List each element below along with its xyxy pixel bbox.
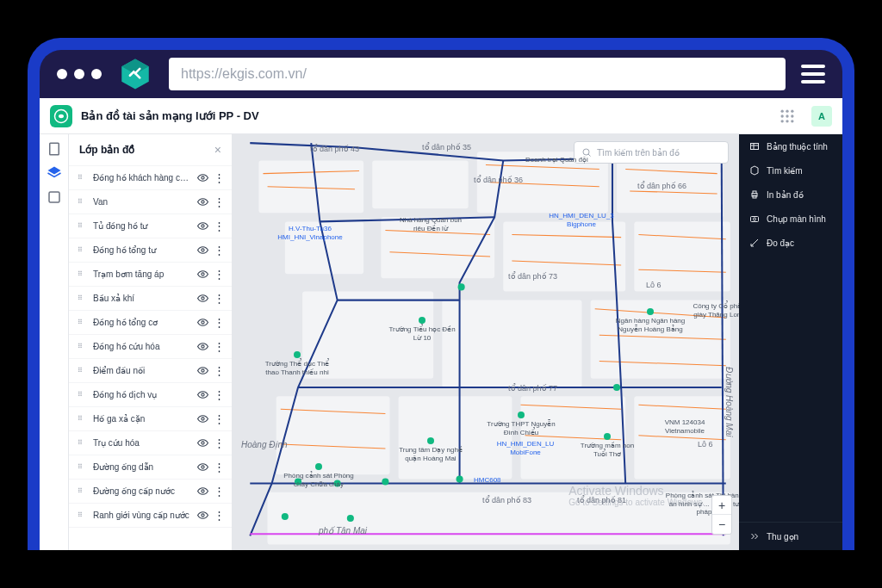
hamburger-menu-icon[interactable] [801, 65, 825, 84]
more-vertical-icon[interactable]: ⋮ [214, 389, 223, 400]
svg-point-25 [202, 442, 204, 444]
more-vertical-icon[interactable]: ⋮ [214, 437, 223, 449]
drag-handle-icon[interactable]: ⠿ [78, 391, 88, 399]
svg-point-70 [295, 478, 301, 485]
drag-handle-icon[interactable]: ⠿ [78, 198, 88, 206]
svg-rect-40 [442, 300, 581, 387]
visibility-eye-icon[interactable] [197, 196, 208, 207]
drag-handle-icon[interactable]: ⠿ [78, 270, 88, 278]
visibility-eye-icon[interactable] [197, 365, 208, 376]
svg-rect-46 [268, 492, 730, 545]
layer-item[interactable]: ⠿ Trạm bơm tăng áp ⋮ [69, 263, 232, 287]
app-window: Bản đồ tài sản mạng lưới PP - DV A Lớp b… [40, 98, 842, 550]
layer-item[interactable]: ⠿ Ranh giới vùng cấp nước ⋮ [69, 504, 232, 528]
layer-item[interactable]: ⠿ Đồng hồ khách hàng cơ quan ⋮ [69, 166, 232, 190]
more-vertical-icon[interactable]: ⋮ [214, 220, 223, 232]
visibility-eye-icon[interactable] [197, 389, 208, 400]
tool-screenshot[interactable]: Chụp màn hình [739, 207, 842, 231]
drag-handle-icon[interactable]: ⠿ [78, 511, 88, 519]
visibility-eye-icon[interactable] [197, 172, 208, 183]
svg-rect-37 [503, 221, 625, 291]
layer-item[interactable]: ⠿ Điểm đấu nối ⋮ [69, 359, 232, 383]
visibility-eye-icon[interactable] [197, 461, 208, 473]
layer-name: Đường ống dẫn [93, 462, 192, 472]
drag-handle-icon[interactable]: ⠿ [78, 415, 88, 423]
svg-point-69 [457, 475, 463, 482]
rail-document-icon[interactable] [47, 141, 62, 157]
drag-handle-icon[interactable]: ⠿ [78, 174, 88, 182]
layers-panel-title: Lớp bản đồ [79, 144, 134, 156]
visibility-eye-icon[interactable] [197, 413, 208, 424]
window-controls[interactable] [57, 69, 102, 79]
more-vertical-icon[interactable]: ⋮ [214, 244, 223, 256]
layer-item[interactable]: ⠿ Đồng hồ tổng tư ⋮ [69, 238, 232, 263]
close-icon[interactable]: × [214, 143, 221, 157]
rail-layers-icon[interactable] [47, 165, 62, 181]
more-vertical-icon[interactable]: ⋮ [214, 461, 223, 473]
drag-handle-icon[interactable]: ⠿ [78, 343, 88, 350]
drag-handle-icon[interactable]: ⠿ [78, 463, 88, 471]
visibility-eye-icon[interactable] [197, 510, 208, 521]
tool-search[interactable]: Tìm kiếm [739, 158, 842, 183]
svg-point-72 [382, 478, 388, 485]
apps-grid-icon[interactable] [779, 108, 796, 125]
drag-handle-icon[interactable]: ⠿ [78, 367, 88, 374]
layer-item[interactable]: ⠿ Đồng hồ tổng cơ ⋮ [69, 311, 232, 335]
layer-name: Van [93, 197, 192, 207]
layer-item[interactable]: ⠿ Đường ống cấp nước ⋮ [69, 480, 232, 504]
more-vertical-icon[interactable]: ⋮ [214, 196, 223, 207]
map-canvas[interactable]: Tìm kiếm trên bản đồ tổ dân phố 43 tổ dâ… [233, 134, 739, 550]
visibility-eye-icon[interactable] [197, 317, 208, 328]
more-vertical-icon[interactable]: ⋮ [214, 510, 223, 521]
more-vertical-icon[interactable]: ⋮ [214, 365, 223, 376]
url-bar[interactable]: https://ekgis.com.vn/ [169, 58, 786, 90]
visibility-eye-icon[interactable] [197, 437, 208, 449]
more-vertical-icon[interactable]: ⋮ [214, 486, 223, 497]
layer-item[interactable]: ⠿ Trụ cứu hóa ⋮ [69, 431, 232, 455]
drag-handle-icon[interactable]: ⠿ [78, 439, 88, 447]
visibility-eye-icon[interactable] [197, 293, 208, 304]
drag-handle-icon[interactable]: ⠿ [78, 246, 88, 254]
drag-handle-icon[interactable]: ⠿ [78, 319, 88, 326]
layer-item[interactable]: ⠿ Tủ đồng hồ tư ⋮ [69, 214, 232, 238]
visibility-eye-icon[interactable] [197, 269, 208, 280]
svg-point-10 [786, 120, 788, 122]
more-vertical-icon[interactable]: ⋮ [214, 172, 223, 183]
visibility-eye-icon[interactable] [197, 486, 208, 497]
more-vertical-icon[interactable]: ⋮ [214, 293, 223, 304]
layer-item[interactable]: ⠿ Hố ga xả cặn ⋮ [69, 407, 232, 431]
map-search-input[interactable]: Tìm kiếm trên bản đồ [574, 141, 729, 164]
svg-point-74 [347, 515, 354, 522]
layer-item[interactable]: ⠿ Van ⋮ [69, 190, 232, 214]
drag-handle-icon[interactable]: ⠿ [78, 294, 88, 302]
svg-rect-84 [751, 217, 759, 222]
visibility-eye-icon[interactable] [197, 220, 208, 232]
collapse-panel-button[interactable]: Thu gọn [739, 522, 842, 550]
tool-print[interactable]: In bản đồ [739, 183, 842, 207]
layer-name: Đường ống cấp nước [93, 486, 192, 496]
svg-rect-32 [372, 160, 469, 208]
more-vertical-icon[interactable]: ⋮ [214, 413, 223, 424]
visibility-eye-icon[interactable] [197, 244, 208, 256]
svg-point-85 [754, 218, 756, 220]
more-vertical-icon[interactable]: ⋮ [214, 341, 223, 352]
visibility-eye-icon[interactable] [197, 341, 208, 352]
zoom-in-button[interactable]: + [712, 496, 731, 515]
user-avatar-badge[interactable]: A [811, 106, 832, 127]
layer-item[interactable]: ⠿ Đồng hồ dịch vụ ⋮ [69, 383, 232, 407]
drag-handle-icon[interactable]: ⠿ [78, 222, 88, 230]
svg-point-14 [202, 176, 204, 179]
layer-item[interactable]: ⠿ Đồng hồ cứu hóa ⋮ [69, 335, 232, 359]
layer-item[interactable]: ⠿ Bầu xả khí ⋮ [69, 287, 232, 311]
tool-measure[interactable]: Đo đạc [739, 231, 842, 255]
more-vertical-icon[interactable]: ⋮ [214, 269, 223, 280]
more-vertical-icon[interactable]: ⋮ [214, 317, 223, 328]
layer-item[interactable]: ⠿ Đường ống dẫn ⋮ [69, 455, 232, 480]
rail-basemap-icon[interactable] [47, 189, 62, 205]
zoom-out-button[interactable]: − [712, 515, 731, 534]
app-logo-icon [50, 105, 72, 127]
map-search-placeholder: Tìm kiếm trên bản đồ [597, 148, 680, 158]
url-text: https://ekgis.com.vn/ [181, 66, 307, 82]
tool-attributes-table[interactable]: Bảng thuộc tính [739, 134, 842, 158]
drag-handle-icon[interactable]: ⠿ [78, 487, 88, 495]
